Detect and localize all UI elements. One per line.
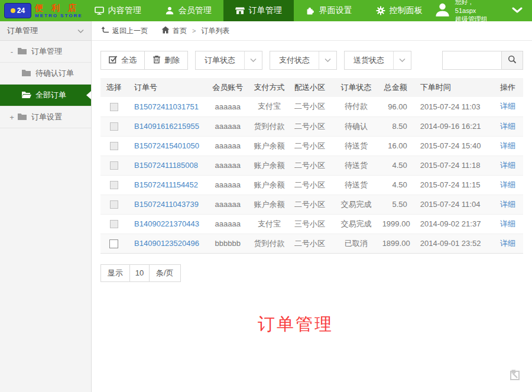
delivery-status-filter[interactable]: 送货状态 xyxy=(344,51,411,70)
chevron-down-icon xyxy=(512,5,523,16)
detail-link[interactable]: 详细 xyxy=(500,141,515,150)
avatar-icon xyxy=(434,2,450,20)
order-status: 待确认 xyxy=(330,116,382,136)
select-all-button[interactable]: 全选 xyxy=(100,51,145,70)
page-size-input[interactable] xyxy=(129,265,150,281)
home-link[interactable]: 首页 xyxy=(161,26,187,36)
row-checkbox[interactable] xyxy=(110,181,118,189)
order-status: 待送货 xyxy=(330,136,382,155)
order-number-link[interactable]: B14091616215955 xyxy=(134,122,199,131)
row-checkbox[interactable] xyxy=(110,161,118,170)
order-status: 已取消 xyxy=(330,234,382,253)
member-account: aaaaaa xyxy=(206,175,249,195)
nav-item-panel[interactable]: 控制面板 xyxy=(364,0,434,21)
collapse-corner-button[interactable] xyxy=(508,368,522,384)
order-time: 2014-09-01 23:52 xyxy=(416,234,492,253)
back-link[interactable]: 返回上一页 xyxy=(101,26,148,36)
nav-item-members[interactable]: 会员管理 xyxy=(153,0,223,21)
col-header-time: 下单时间 xyxy=(416,78,492,97)
row-checkbox[interactable] xyxy=(110,200,118,209)
order-number-link[interactable]: B15072411043739 xyxy=(134,200,199,209)
row-checkbox[interactable] xyxy=(109,239,118,248)
detail-link[interactable]: 详细 xyxy=(500,219,515,228)
order-number-link[interactable]: B14090221370443 xyxy=(134,219,199,228)
order-time: 2015-07-24 11:03 xyxy=(416,97,492,116)
collapse-minus-icon[interactable]: - xyxy=(8,47,15,56)
nav-label: 订单管理 xyxy=(249,5,282,16)
arrow-up-left-box-icon xyxy=(508,374,522,384)
payment-method: 货到付款 xyxy=(249,234,289,253)
user-info[interactable]: 您好 , 51aspx 超级管理组 xyxy=(434,0,497,21)
logo-badge-text: 24 xyxy=(17,7,25,15)
gear-icon xyxy=(376,6,385,15)
select-all-label: 全选 xyxy=(121,55,137,66)
sidebar-header[interactable]: 订单管理 xyxy=(0,21,91,41)
detail-link[interactable]: 详细 xyxy=(500,161,515,170)
puzzle-icon xyxy=(306,6,315,15)
total-amount: 1999.00 xyxy=(382,214,416,234)
back-label: 返回上一页 xyxy=(112,26,148,36)
payment-status-filter[interactable]: 支付状态 xyxy=(270,51,337,70)
chevron-down-icon xyxy=(244,51,262,69)
order-status: 交易完成 xyxy=(330,214,382,234)
table-row: B15072411185008 aaaaaa 账户余额 二号小区 待送货 4.5… xyxy=(100,155,523,175)
breadcrumb: 返回上一页 首页 > 订单列表 xyxy=(92,21,532,41)
sidebar-item-pending-orders[interactable]: 待确认订单 xyxy=(0,63,91,85)
col-header-amount: 总金额 xyxy=(382,78,416,97)
member-account: aaaaaa xyxy=(206,116,249,136)
col-header-district: 配送小区 xyxy=(289,78,330,97)
search-input[interactable] xyxy=(442,51,501,70)
logo-dot-icon xyxy=(11,8,15,13)
nav-label: 界面设置 xyxy=(319,5,352,16)
row-checkbox[interactable] xyxy=(110,103,118,111)
page-size-unit-label: 条/页 xyxy=(150,265,180,281)
delivery-district: 二号小区 xyxy=(289,175,330,195)
delivery-district: 二号小区 xyxy=(289,136,330,155)
detail-link[interactable]: 详细 xyxy=(500,180,515,189)
total-amount: 5.50 xyxy=(382,195,416,214)
order-number-link[interactable]: B14090123520496 xyxy=(134,239,199,248)
chevron-down-icon xyxy=(77,27,84,35)
table-row: B14090221370443 aaaaaa 支付宝 三号小区 交易完成 199… xyxy=(100,214,523,234)
nav-item-content[interactable]: 内容管理 xyxy=(83,0,153,21)
row-checkbox[interactable] xyxy=(110,220,118,228)
order-number-link[interactable]: B15072411154452 xyxy=(134,180,198,189)
folder-open-icon xyxy=(21,90,35,101)
order-time: 2015-07-24 15:40 xyxy=(416,136,492,155)
sidebar-item-all-orders[interactable]: 全部订单 xyxy=(0,85,91,106)
expand-plus-icon[interactable]: + xyxy=(8,113,15,122)
nav-item-orders[interactable]: 订单管理 xyxy=(223,0,294,21)
orders-table: 选择 订单号 会员账号 支付方式 配送小区 订单状态 总金额 下单时间 操作 xyxy=(100,78,523,254)
row-checkbox[interactable] xyxy=(110,142,118,150)
sidebar-item-order-settings[interactable]: + 订单设置 xyxy=(0,106,91,128)
payment-method: 支付宝 xyxy=(249,214,289,234)
detail-link[interactable]: 详细 xyxy=(500,200,515,209)
delete-button[interactable]: 删除 xyxy=(145,51,188,70)
sidebar-item-order-management[interactable]: - 订单管理 xyxy=(0,41,91,63)
folder-icon xyxy=(17,47,31,57)
order-number-link[interactable]: B15072411031751 xyxy=(134,102,199,111)
detail-link[interactable]: 详细 xyxy=(500,239,515,248)
sidebar-item-label: 待确认订单 xyxy=(35,68,74,79)
table-row: B14091616215955 aaaaaa 货到付款 二号小区 待确认 8.5… xyxy=(100,116,523,136)
app-logo: 24 便 利 店 METRO STORE xyxy=(0,0,83,21)
user-greeting: 您好 , 51aspx xyxy=(455,0,488,15)
member-account: aaaaaa xyxy=(206,155,249,175)
table-row: B15072415401050 aaaaaa 账户余额 二号小区 待送货 16.… xyxy=(100,136,523,155)
total-amount: 96.00 xyxy=(382,97,416,116)
order-status-filter[interactable]: 订单状态 xyxy=(195,51,262,70)
order-status-filter-label: 订单状态 xyxy=(196,51,244,69)
user-menu-toggle[interactable] xyxy=(497,0,532,21)
table-row: B14090123520496 bbbbbb 货到付款 二号小区 已取消 189… xyxy=(100,234,523,253)
detail-link[interactable]: 详细 xyxy=(500,102,515,111)
total-amount: 4.50 xyxy=(382,175,416,195)
order-number-link[interactable]: B15072411185008 xyxy=(134,161,198,170)
page-size-control: 显示 条/页 xyxy=(100,264,181,282)
member-account: aaaaaa xyxy=(206,195,249,214)
order-number-link[interactable]: B15072415401050 xyxy=(134,141,199,150)
col-header-select: 选择 xyxy=(100,78,127,97)
row-checkbox[interactable] xyxy=(110,122,118,131)
search-button[interactable] xyxy=(501,51,523,70)
detail-link[interactable]: 详细 xyxy=(500,122,515,131)
nav-item-interface[interactable]: 界面设置 xyxy=(294,0,364,21)
